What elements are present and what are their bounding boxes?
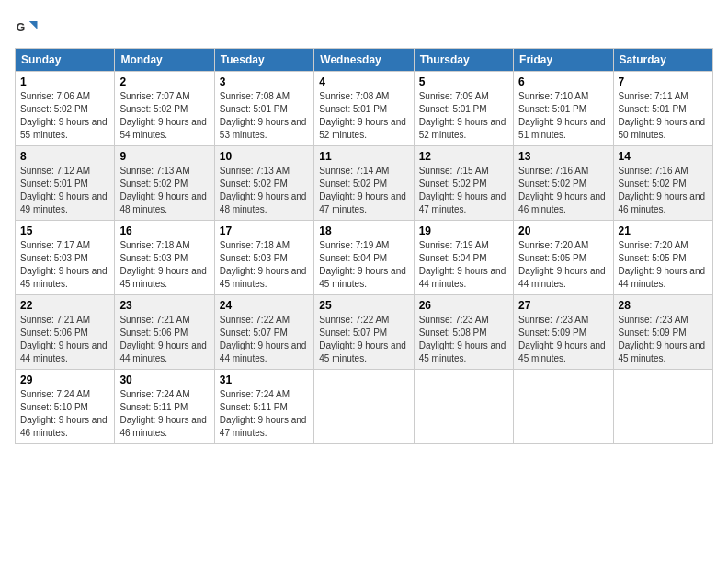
calendar-day-cell: 12 Sunrise: 7:15 AMSunset: 5:02 PMDaylig…	[414, 146, 513, 221]
day-detail: Sunrise: 7:24 AMSunset: 5:11 PMDaylight:…	[119, 388, 209, 440]
calendar-header-row: SundayMondayTuesdayWednesdayThursdayFrid…	[16, 49, 713, 72]
day-number: 18	[319, 224, 408, 237]
calendar-weekday-wednesday: Wednesday	[314, 49, 414, 72]
calendar-weekday-sunday: Sunday	[16, 49, 115, 72]
day-number: 10	[220, 150, 309, 163]
day-detail: Sunrise: 7:14 AMSunset: 5:02 PMDaylight:…	[319, 165, 408, 216]
day-detail: Sunrise: 7:16 AMSunset: 5:02 PMDaylight:…	[518, 165, 608, 216]
calendar-day-cell: 18 Sunrise: 7:19 AMSunset: 5:04 PMDaylig…	[314, 221, 414, 295]
svg-marker-1	[29, 21, 38, 29]
day-number: 4	[319, 75, 408, 88]
calendar-day-cell: 11 Sunrise: 7:14 AMSunset: 5:02 PMDaylig…	[314, 146, 414, 221]
day-number: 23	[119, 299, 209, 312]
day-number: 15	[20, 224, 109, 237]
calendar-day-cell: 26 Sunrise: 7:23 AMSunset: 5:08 PMDaylig…	[414, 295, 513, 370]
day-number: 27	[518, 299, 608, 312]
day-detail: Sunrise: 7:16 AMSunset: 5:02 PMDaylight:…	[619, 165, 708, 216]
day-number: 26	[419, 299, 508, 312]
day-detail: Sunrise: 7:15 AMSunset: 5:02 PMDaylight:…	[419, 165, 508, 216]
day-detail: Sunrise: 7:13 AMSunset: 5:02 PMDaylight:…	[220, 165, 309, 216]
calendar-day-cell: 4 Sunrise: 7:08 AMSunset: 5:01 PMDayligh…	[314, 72, 414, 146]
calendar-day-cell: 22 Sunrise: 7:21 AMSunset: 5:06 PMDaylig…	[16, 295, 115, 370]
day-number: 30	[119, 373, 209, 386]
day-detail: Sunrise: 7:20 AMSunset: 5:05 PMDaylight:…	[619, 239, 708, 291]
logo-icon: G	[15, 15, 40, 40]
calendar-day-cell: 16 Sunrise: 7:18 AMSunset: 5:03 PMDaylig…	[115, 221, 214, 295]
day-detail: Sunrise: 7:10 AMSunset: 5:01 PMDaylight:…	[518, 90, 608, 142]
day-number: 14	[619, 150, 708, 163]
day-number: 5	[419, 75, 508, 88]
day-number: 25	[319, 299, 408, 312]
calendar-day-cell: 19 Sunrise: 7:19 AMSunset: 5:04 PMDaylig…	[414, 221, 513, 295]
calendar-day-cell: 2 Sunrise: 7:07 AMSunset: 5:02 PMDayligh…	[115, 72, 214, 146]
day-number: 3	[220, 75, 309, 88]
day-number: 12	[419, 150, 508, 163]
day-detail: Sunrise: 7:21 AMSunset: 5:06 PMDaylight:…	[119, 314, 209, 365]
calendar-day-cell: 30 Sunrise: 7:24 AMSunset: 5:11 PMDaylig…	[115, 370, 214, 444]
page-header: G	[15, 15, 713, 40]
empty-cell	[414, 370, 513, 444]
day-number: 17	[220, 224, 309, 237]
calendar-day-cell: 5 Sunrise: 7:09 AMSunset: 5:01 PMDayligh…	[414, 72, 513, 146]
calendar-day-cell: 23 Sunrise: 7:21 AMSunset: 5:06 PMDaylig…	[115, 295, 214, 370]
day-detail: Sunrise: 7:17 AMSunset: 5:03 PMDaylight:…	[20, 239, 109, 291]
calendar-day-cell: 31 Sunrise: 7:24 AMSunset: 5:11 PMDaylig…	[214, 370, 313, 444]
day-detail: Sunrise: 7:19 AMSunset: 5:04 PMDaylight:…	[419, 239, 508, 291]
calendar-weekday-tuesday: Tuesday	[214, 49, 313, 72]
day-detail: Sunrise: 7:23 AMSunset: 5:09 PMDaylight:…	[518, 314, 608, 365]
day-detail: Sunrise: 7:11 AMSunset: 5:01 PMDaylight:…	[619, 90, 708, 142]
calendar-day-cell: 25 Sunrise: 7:22 AMSunset: 5:07 PMDaylig…	[314, 295, 414, 370]
day-detail: Sunrise: 7:24 AMSunset: 5:10 PMDaylight:…	[20, 388, 109, 440]
calendar-weekday-friday: Friday	[514, 49, 613, 72]
calendar-day-cell: 7 Sunrise: 7:11 AMSunset: 5:01 PMDayligh…	[613, 72, 712, 146]
calendar-week-row: 22 Sunrise: 7:21 AMSunset: 5:06 PMDaylig…	[16, 295, 713, 370]
day-detail: Sunrise: 7:06 AMSunset: 5:02 PMDaylight:…	[20, 90, 109, 142]
day-detail: Sunrise: 7:22 AMSunset: 5:07 PMDaylight:…	[220, 314, 309, 365]
day-number: 16	[119, 224, 209, 237]
day-number: 28	[619, 299, 708, 312]
day-number: 20	[518, 224, 608, 237]
day-number: 24	[220, 299, 309, 312]
day-number: 13	[518, 150, 608, 163]
calendar-day-cell: 28 Sunrise: 7:23 AMSunset: 5:09 PMDaylig…	[613, 295, 712, 370]
day-number: 7	[619, 75, 708, 88]
day-number: 22	[20, 299, 109, 312]
day-detail: Sunrise: 7:18 AMSunset: 5:03 PMDaylight:…	[119, 239, 209, 291]
calendar-day-cell: 27 Sunrise: 7:23 AMSunset: 5:09 PMDaylig…	[514, 295, 613, 370]
day-detail: Sunrise: 7:09 AMSunset: 5:01 PMDaylight:…	[419, 90, 508, 142]
day-detail: Sunrise: 7:08 AMSunset: 5:01 PMDaylight:…	[319, 90, 408, 142]
empty-cell	[314, 370, 414, 444]
day-detail: Sunrise: 7:23 AMSunset: 5:08 PMDaylight:…	[419, 314, 508, 365]
day-detail: Sunrise: 7:08 AMSunset: 5:01 PMDaylight:…	[220, 90, 309, 142]
calendar-day-cell: 14 Sunrise: 7:16 AMSunset: 5:02 PMDaylig…	[613, 146, 712, 221]
svg-text:G: G	[17, 21, 26, 34]
calendar-week-row: 1 Sunrise: 7:06 AMSunset: 5:02 PMDayligh…	[16, 72, 713, 146]
calendar-weekday-thursday: Thursday	[414, 49, 513, 72]
empty-cell	[613, 370, 712, 444]
day-detail: Sunrise: 7:07 AMSunset: 5:02 PMDaylight:…	[119, 90, 209, 142]
day-detail: Sunrise: 7:20 AMSunset: 5:05 PMDaylight:…	[518, 239, 608, 291]
day-detail: Sunrise: 7:13 AMSunset: 5:02 PMDaylight:…	[119, 165, 209, 216]
calendar-day-cell: 6 Sunrise: 7:10 AMSunset: 5:01 PMDayligh…	[514, 72, 613, 146]
day-number: 21	[619, 224, 708, 237]
calendar-table: SundayMondayTuesdayWednesdayThursdayFrid…	[15, 48, 713, 444]
day-detail: Sunrise: 7:18 AMSunset: 5:03 PMDaylight:…	[220, 239, 309, 291]
day-number: 8	[20, 150, 109, 163]
calendar-day-cell: 10 Sunrise: 7:13 AMSunset: 5:02 PMDaylig…	[214, 146, 313, 221]
calendar-day-cell: 24 Sunrise: 7:22 AMSunset: 5:07 PMDaylig…	[214, 295, 313, 370]
calendar-week-row: 15 Sunrise: 7:17 AMSunset: 5:03 PMDaylig…	[16, 221, 713, 295]
logo: G	[15, 15, 44, 40]
calendar-day-cell: 1 Sunrise: 7:06 AMSunset: 5:02 PMDayligh…	[16, 72, 115, 146]
day-detail: Sunrise: 7:21 AMSunset: 5:06 PMDaylight:…	[20, 314, 109, 365]
calendar-day-cell: 15 Sunrise: 7:17 AMSunset: 5:03 PMDaylig…	[16, 221, 115, 295]
day-number: 6	[518, 75, 608, 88]
calendar-day-cell: 21 Sunrise: 7:20 AMSunset: 5:05 PMDaylig…	[613, 221, 712, 295]
day-number: 29	[20, 373, 109, 386]
calendar-day-cell: 13 Sunrise: 7:16 AMSunset: 5:02 PMDaylig…	[514, 146, 613, 221]
calendar-day-cell: 8 Sunrise: 7:12 AMSunset: 5:01 PMDayligh…	[16, 146, 115, 221]
calendar-weekday-saturday: Saturday	[613, 49, 712, 72]
day-detail: Sunrise: 7:12 AMSunset: 5:01 PMDaylight:…	[20, 165, 109, 216]
day-number: 31	[220, 373, 309, 386]
day-number: 2	[119, 75, 209, 88]
day-number: 1	[20, 75, 109, 88]
